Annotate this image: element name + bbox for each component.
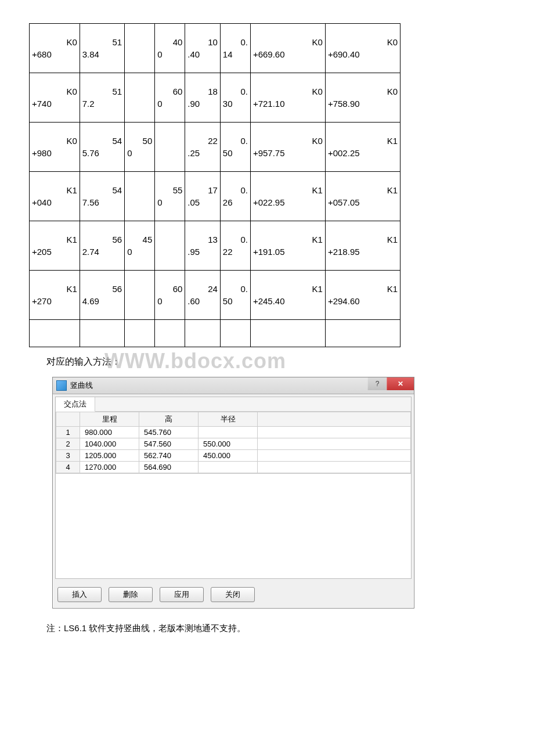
table-cell: K0+740	[30, 73, 80, 123]
table-cell: 0.22	[220, 221, 250, 271]
grid-cell-empty[interactable]	[258, 438, 411, 450]
grid-cell-radius[interactable]	[199, 427, 258, 438]
dialog-titlebar: 竖曲线 ? ✕	[53, 377, 414, 394]
table-cell: K1+270	[30, 271, 80, 320]
table-cell	[80, 320, 124, 347]
col-header-height: 高	[139, 412, 199, 427]
table-cell: 547.56	[80, 172, 124, 221]
table-cell	[155, 221, 185, 271]
grid-cell-mileage[interactable]: 1270.000	[80, 462, 139, 473]
grid-cell-radius[interactable]: 550.000	[199, 438, 258, 450]
table-cell	[155, 123, 185, 172]
grid-cell-height[interactable]: 547.560	[139, 438, 199, 450]
table-cell: K1+218.95	[325, 221, 400, 271]
table-cell: 450	[125, 221, 155, 271]
grid-cell-mileage[interactable]: 980.000	[80, 427, 139, 438]
table-cell: 545.76	[80, 123, 124, 172]
table-cell: 550	[155, 172, 185, 221]
grid-empty-area[interactable]	[56, 473, 411, 578]
insert-button[interactable]: 插入	[57, 587, 102, 602]
table-cell	[325, 320, 400, 347]
tab-header: 交点法	[56, 397, 411, 412]
col-header-index	[56, 412, 80, 427]
col-header-mileage: 里程	[80, 412, 139, 427]
table-cell: 600	[155, 271, 185, 320]
table-cell: 0.26	[220, 172, 250, 221]
table-cell	[125, 172, 155, 221]
table-cell: K1+294.60	[325, 271, 400, 320]
table-cell: 513.84	[80, 24, 124, 73]
table-cell	[155, 320, 185, 347]
close-window-button[interactable]: ✕	[387, 377, 414, 390]
table-cell: 0.50	[220, 123, 250, 172]
table-cell	[125, 73, 155, 123]
dialog-footer: 插入 删除 应用 关闭	[53, 581, 414, 608]
table-cell: 517.2	[80, 73, 124, 123]
grid-cell-height[interactable]: 545.760	[139, 427, 199, 438]
tab-intersection-method[interactable]: 交点法	[56, 397, 95, 412]
table-cell: 22.25	[185, 123, 221, 172]
grid-row[interactable]: 21040.000547.560550.000	[56, 438, 411, 450]
table-row: K0+740517.260018.900.30K0+721.10K0+758.9…	[30, 73, 400, 123]
table-row	[30, 320, 400, 347]
table-cell: K1+002.25	[325, 123, 400, 172]
help-button[interactable]: ?	[367, 377, 387, 390]
table-cell: 400	[155, 24, 185, 73]
grid-cell-mileage[interactable]: 1040.000	[80, 438, 139, 450]
grid-cell-empty[interactable]	[258, 462, 411, 473]
table-cell	[185, 320, 221, 347]
table-row: K1+205562.7445013.950.22K1+191.05K1+218.…	[30, 221, 400, 271]
table-cell: 564.69	[80, 271, 124, 320]
table-cell: K0+721.10	[250, 73, 325, 123]
table-cell: K1+022.95	[250, 172, 325, 221]
grid-row[interactable]: 41270.000564.690	[56, 462, 411, 473]
grid-cell-height[interactable]: 562.740	[139, 450, 199, 462]
grid-rownum: 3	[56, 450, 80, 462]
delete-button[interactable]: 删除	[109, 587, 153, 602]
grid-rownum: 1	[56, 427, 80, 438]
table-cell: 17.05	[185, 172, 221, 221]
table-cell: K0+957.75	[250, 123, 325, 172]
table-cell: K0+758.90	[325, 73, 400, 123]
table-cell	[125, 24, 155, 73]
table-cell: K1+191.05	[250, 221, 325, 271]
dialog-title: 竖曲线	[70, 380, 367, 391]
grid-cell-empty[interactable]	[258, 450, 411, 462]
col-header-radius: 半径	[199, 412, 258, 427]
grid-wrapper: 里程 高 半径 1980.000545.76021040.000547.5605…	[56, 412, 411, 578]
grid-cell-empty[interactable]	[258, 427, 411, 438]
close-button[interactable]: 关闭	[211, 587, 255, 602]
table-cell: K0+680	[30, 24, 80, 73]
table-cell: 500	[125, 123, 155, 172]
table-row: K0+980545.7650022.250.50K0+957.75K1+002.…	[30, 123, 400, 172]
table-cell: K0+690.40	[325, 24, 400, 73]
table-cell	[125, 320, 155, 347]
tab-container: 交点法 里程 高 半径 1980.000545.76021040.000547.…	[55, 397, 412, 579]
input-grid[interactable]: 里程 高 半径 1980.000545.76021040.000547.5605…	[56, 412, 411, 473]
table-cell: K1+245.40	[250, 271, 325, 320]
grid-body[interactable]: 1980.000545.76021040.000547.560550.00031…	[56, 427, 411, 473]
window-controls: ? ✕	[367, 377, 414, 394]
apply-button[interactable]: 应用	[160, 587, 204, 602]
table-cell: K0+980	[30, 123, 80, 172]
caption-container: 对应的输入方法： WWW.bdocx.com	[46, 356, 505, 368]
table-cell: 10.40	[185, 24, 221, 73]
footnote: 注：LS6.1 软件支持竖曲线，老版本测地通不支持。	[46, 623, 505, 634]
grid-row[interactable]: 1980.000545.760	[56, 427, 411, 438]
table-row: K0+680513.8440010.400.14K0+669.60K0+690.…	[30, 24, 400, 73]
table-cell: K1+205	[30, 221, 80, 271]
table-cell: 18.90	[185, 73, 221, 123]
table-row: K1+270564.6960024.600.50K1+245.40K1+294.…	[30, 271, 400, 320]
grid-cell-radius[interactable]	[199, 462, 258, 473]
col-header-empty	[258, 412, 411, 427]
table-body: K0+680513.8440010.400.14K0+669.60K0+690.…	[30, 24, 400, 347]
table-cell	[125, 271, 155, 320]
grid-cell-mileage[interactable]: 1205.000	[80, 450, 139, 462]
grid-rownum: 4	[56, 462, 80, 473]
grid-cell-radius[interactable]: 450.000	[199, 450, 258, 462]
table-cell: K1+057.05	[325, 172, 400, 221]
table-cell: 562.74	[80, 221, 124, 271]
grid-row[interactable]: 31205.000562.740450.000	[56, 450, 411, 462]
grid-cell-height[interactable]: 564.690	[139, 462, 199, 473]
table-cell	[220, 320, 250, 347]
